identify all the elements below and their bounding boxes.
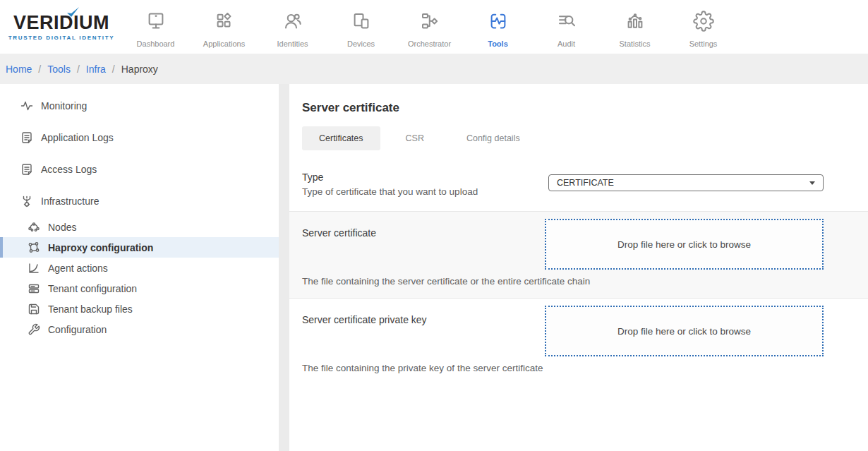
private-key-label: Server certificate private key <box>302 304 427 325</box>
sidebar-item-tenant-configuration[interactable]: Tenant configuration <box>0 278 279 299</box>
breadcrumb: Home / Tools / Infra / Haproxy <box>0 54 868 84</box>
logo-wordmark: VERIDIUM <box>13 13 109 32</box>
server-certificate-label: Server certificate <box>302 217 376 239</box>
nav-item-label: Settings <box>689 40 718 48</box>
nav-item-label: Statistics <box>619 40 650 48</box>
panel-divider <box>279 84 289 451</box>
certificate-form: Type Type of certificate that you want t… <box>289 166 868 385</box>
nodes-icon <box>27 220 41 234</box>
certificate-type-value: CERTIFICATE <box>557 178 614 188</box>
nav-item-audit[interactable]: Audit <box>532 6 601 48</box>
sidebar: Monitoring Application Logs Access Logs … <box>0 84 279 451</box>
identities-icon <box>282 11 303 35</box>
monitoring-icon <box>20 99 34 113</box>
infrastructure-icon <box>20 194 34 208</box>
breadcrumb-home[interactable]: Home <box>6 64 32 75</box>
tab-config-details[interactable]: Config details <box>450 126 537 150</box>
chevron-down-icon <box>809 181 815 185</box>
main-panel: Server certificate Certificates CSR Conf… <box>289 84 868 451</box>
type-description: Type of certificate that you want to upl… <box>302 186 478 197</box>
sidebar-item-infrastructure[interactable]: Infrastructure <box>0 185 279 217</box>
server-certificate-dropzone[interactable]: Drop file here or click to browse <box>545 219 824 270</box>
dashboard-icon <box>145 11 167 35</box>
breadcrumb-haproxy: Haproxy <box>121 64 158 75</box>
sidebar-item-access-logs[interactable]: Access Logs <box>0 153 279 185</box>
top-nav: Dashboard Applications Identities Device… <box>121 6 737 48</box>
dropzone-text: Drop file here or click to browse <box>617 239 751 250</box>
logo-tagline: TRUSTED DIGITAL IDENTITY <box>8 35 115 41</box>
configuration-icon <box>27 323 41 337</box>
tenant-backup-icon <box>27 302 41 316</box>
devices-icon <box>351 11 372 35</box>
tab-csr[interactable]: CSR <box>389 126 441 150</box>
sidebar-item-monitoring[interactable]: Monitoring <box>0 90 279 121</box>
server-certificate-row: Server certificate Drop file here or cli… <box>289 211 868 298</box>
server-certificate-description: The file containing the server certifica… <box>302 276 824 287</box>
nav-item-label: Applications <box>203 40 245 48</box>
nav-item-settings[interactable]: Settings <box>669 6 737 48</box>
nav-item-label: Tools <box>488 40 508 48</box>
tenant-configuration-icon <box>27 282 41 296</box>
nav-item-identities[interactable]: Identities <box>258 6 327 48</box>
sidebar-item-application-logs[interactable]: Application Logs <box>0 121 279 153</box>
tools-icon <box>488 11 509 35</box>
nav-item-devices[interactable]: Devices <box>327 6 395 48</box>
nav-item-statistics[interactable]: Statistics <box>601 6 669 48</box>
breadcrumb-infra[interactable]: Infra <box>86 64 106 75</box>
nav-item-label: Orchestrator <box>408 40 451 48</box>
sidebar-item-agent-actions[interactable]: Agent actions <box>0 258 279 278</box>
private-key-row: Server certificate private key Drop file… <box>289 298 868 385</box>
applications-icon <box>214 11 235 35</box>
nav-item-label: Devices <box>347 40 375 48</box>
nav-item-label: Identities <box>277 40 308 48</box>
access-logs-icon <box>20 162 34 176</box>
orchestrator-icon <box>419 11 440 35</box>
breadcrumb-tools[interactable]: Tools <box>47 64 71 75</box>
tab-bar: Certificates CSR Config details <box>302 126 868 150</box>
veridium-logo[interactable]: VERIDIUM TRUSTED DIGITAL IDENTITY <box>0 13 119 41</box>
tab-certificates[interactable]: Certificates <box>302 126 380 150</box>
statistics-icon <box>625 11 646 35</box>
sidebar-item-nodes[interactable]: Nodes <box>0 217 279 237</box>
audit-icon <box>556 11 577 35</box>
breadcrumb-separator: / <box>38 64 41 75</box>
nav-item-tools[interactable]: Tools <box>464 6 532 48</box>
breadcrumb-separator: / <box>77 64 80 75</box>
type-field-row: Type Type of certificate that you want t… <box>289 166 868 211</box>
nav-item-applications[interactable]: Applications <box>190 6 258 48</box>
nav-item-orchestrator[interactable]: Orchestrator <box>395 6 464 48</box>
nav-item-label: Audit <box>557 40 575 48</box>
page-title: Server certificate <box>289 84 868 115</box>
application-logs-icon <box>20 131 34 145</box>
private-key-dropzone[interactable]: Drop file here or click to browse <box>545 306 824 356</box>
sidebar-item-tenant-backup-files[interactable]: Tenant backup files <box>0 299 279 319</box>
settings-icon <box>693 11 714 35</box>
private-key-description: The file containing the private key of t… <box>302 363 824 373</box>
agent-actions-icon <box>27 261 41 275</box>
breadcrumb-separator: / <box>112 64 115 75</box>
nav-item-dashboard[interactable]: Dashboard <box>121 6 190 48</box>
haproxy-icon <box>27 241 41 255</box>
top-header: VERIDIUM TRUSTED DIGITAL IDENTITY Dashbo… <box>0 0 868 54</box>
type-label: Type <box>302 172 478 183</box>
certificate-type-select[interactable]: CERTIFICATE <box>548 174 824 191</box>
nav-item-label: Dashboard <box>137 40 175 48</box>
logo-checkmark-icon <box>66 6 80 19</box>
sidebar-item-configuration[interactable]: Configuration <box>0 319 279 339</box>
sidebar-item-haproxy-configuration[interactable]: Haproxy configuration <box>0 237 279 258</box>
dropzone-text: Drop file here or click to browse <box>617 326 751 337</box>
